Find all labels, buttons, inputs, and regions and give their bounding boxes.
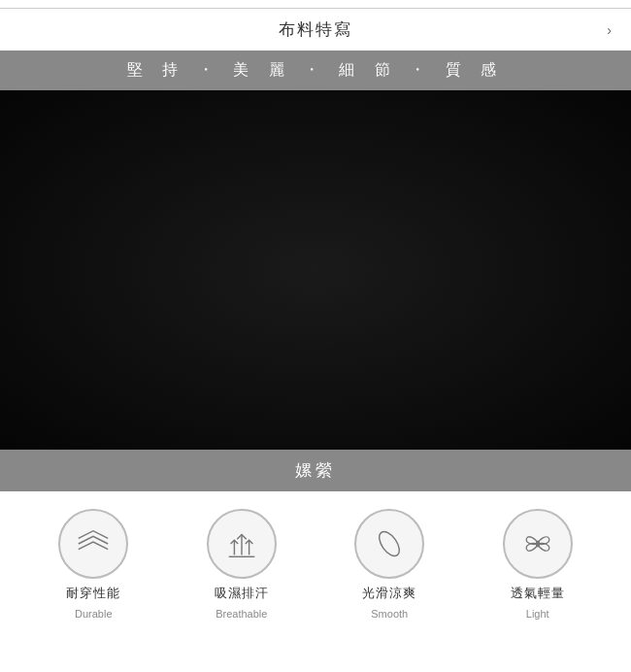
durable-label-cn: 耐穿性能 — [66, 585, 120, 602]
breathable-icon — [223, 525, 260, 562]
fabric-texture — [0, 90, 631, 450]
durable-label-en: Durable — [75, 608, 113, 620]
feature-breathable: 吸濕排汗 Breathable — [207, 509, 277, 620]
smooth-icon — [371, 525, 408, 562]
feature-light: 透氣輕量 Light — [503, 509, 573, 620]
light-label-en: Light — [526, 608, 549, 620]
smooth-label-cn: 光滑涼爽 — [362, 585, 416, 602]
light-icon-circle — [503, 509, 573, 579]
features-row: 耐穿性能 Durable 吸濕排汗 Breathable — [0, 491, 631, 629]
svg-point-5 — [536, 541, 539, 547]
banner-text: 堅 持 ・ 美 麗 ・ 細 節 ・ 質 感 — [127, 61, 504, 78]
durable-icon-circle — [58, 509, 128, 579]
svg-point-4 — [376, 528, 404, 559]
chevron-down-icon[interactable]: › — [607, 22, 612, 38]
smooth-label-en: Smooth — [371, 608, 408, 620]
fabric-image — [0, 90, 631, 450]
feature-smooth: 光滑涼爽 Smooth — [354, 509, 424, 620]
layers-icon — [75, 525, 112, 562]
breathable-label-cn: 吸濕排汗 — [215, 585, 269, 602]
bottom-bar-text: 嫘縈 — [295, 461, 336, 480]
feature-durable: 耐穿性能 Durable — [58, 509, 128, 620]
smooth-icon-circle — [354, 509, 424, 579]
butterfly-icon — [519, 525, 556, 562]
breathable-label-en: Breathable — [216, 608, 267, 620]
header-title: 布料特寫 — [279, 18, 352, 41]
breathable-icon-circle — [207, 509, 277, 579]
light-label-cn: 透氣輕量 — [511, 585, 565, 602]
bottom-bar: 嫘縈 — [0, 450, 631, 491]
banner-bar: 堅 持 ・ 美 麗 ・ 細 節 ・ 質 感 — [0, 50, 631, 90]
header-row: 布料特寫 › — [0, 9, 631, 50]
